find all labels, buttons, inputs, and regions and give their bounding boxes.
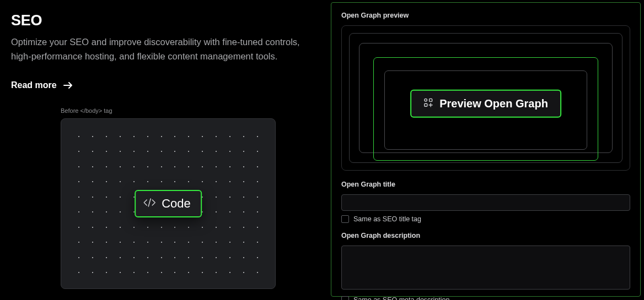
svg-point-0 [425,99,427,101]
same-as-seo-desc-checkbox[interactable] [341,296,349,300]
same-as-seo-title-label: Same as SEO title tag [353,215,421,223]
svg-rect-2 [425,103,427,106]
svg-rect-1 [430,99,432,101]
page-description: Optimize your SEO and improve discoverab… [11,35,319,64]
og-description-label: Open Graph description [341,232,630,239]
read-more-label: Read more [11,80,57,90]
read-more-link[interactable]: Read more [11,80,73,90]
same-as-seo-desc-label: Same as SEO meta description [353,296,449,300]
same-as-seo-title-checkbox[interactable] [341,215,349,223]
code-icon [143,198,155,209]
arrow-right-icon [63,82,73,89]
og-preview: Preview Open Graph [341,25,630,171]
preview-button-label: Preview Open Graph [439,97,548,110]
code-badge[interactable]: Code [135,190,202,217]
code-badge-text: Code [162,197,191,211]
page-title: SEO [11,12,319,29]
code-card-label: Before </body> tag [61,107,276,114]
og-preview-label: Open Graph preview [341,12,630,19]
preview-open-graph-button[interactable]: Preview Open Graph [410,90,561,118]
og-title-label: Open Graph title [341,181,630,188]
open-graph-panel: Open Graph preview Pr [331,2,641,297]
og-title-input[interactable] [341,194,630,211]
code-card: Before </body> tag Code [61,107,276,289]
code-card-body[interactable]: Code [61,118,276,289]
widgets-icon [423,97,433,110]
og-description-input[interactable] [341,246,630,290]
